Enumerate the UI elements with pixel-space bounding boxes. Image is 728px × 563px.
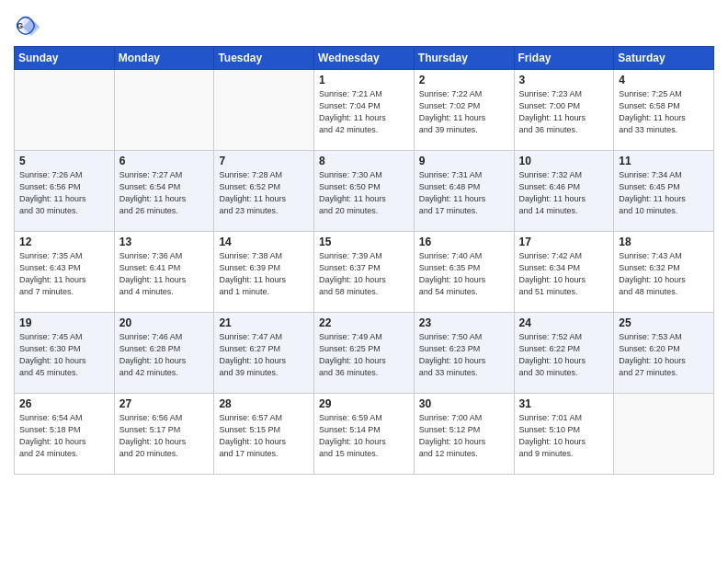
calendar-cell: 2Sunrise: 7:22 AMSunset: 7:02 PMDaylight… bbox=[414, 70, 514, 151]
calendar-cell: 21Sunrise: 7:47 AMSunset: 6:27 PMDayligh… bbox=[214, 313, 314, 394]
day-info: Sunrise: 7:53 AMSunset: 6:20 PMDaylight:… bbox=[619, 331, 710, 379]
day-info: Sunrise: 7:36 AMSunset: 6:41 PMDaylight:… bbox=[119, 250, 210, 298]
day-info: Sunrise: 6:57 AMSunset: 5:15 PMDaylight:… bbox=[219, 412, 310, 460]
calendar-cell: 30Sunrise: 7:00 AMSunset: 5:12 PMDayligh… bbox=[414, 394, 514, 475]
day-number: 5 bbox=[19, 155, 110, 167]
day-number: 8 bbox=[319, 155, 410, 167]
col-header-friday: Friday bbox=[514, 47, 614, 70]
day-number: 6 bbox=[119, 155, 210, 167]
day-number: 20 bbox=[119, 316, 210, 329]
day-info: Sunrise: 7:23 AMSunset: 7:00 PMDaylight:… bbox=[519, 88, 610, 136]
day-number: 17 bbox=[519, 236, 610, 248]
calendar-cell: 15Sunrise: 7:39 AMSunset: 6:37 PMDayligh… bbox=[314, 232, 415, 313]
calendar-cell: 14Sunrise: 7:38 AMSunset: 6:39 PMDayligh… bbox=[214, 232, 314, 313]
calendar-cell: 20Sunrise: 7:46 AMSunset: 6:28 PMDayligh… bbox=[114, 313, 214, 394]
col-header-tuesday: Tuesday bbox=[214, 47, 314, 70]
day-number: 15 bbox=[319, 236, 410, 248]
header: G bbox=[14, 9, 714, 39]
logo-icon: G bbox=[16, 13, 41, 39]
calendar-cell: 5Sunrise: 7:26 AMSunset: 6:56 PMDaylight… bbox=[15, 151, 115, 232]
calendar-cell: 4Sunrise: 7:25 AMSunset: 6:58 PMDaylight… bbox=[614, 70, 714, 151]
calendar-cell: 31Sunrise: 7:01 AMSunset: 5:10 PMDayligh… bbox=[514, 394, 614, 475]
calendar-cell: 27Sunrise: 6:56 AMSunset: 5:17 PMDayligh… bbox=[114, 394, 214, 475]
calendar-cell: 3Sunrise: 7:23 AMSunset: 7:00 PMDaylight… bbox=[514, 70, 614, 151]
day-info: Sunrise: 7:38 AMSunset: 6:39 PMDaylight:… bbox=[219, 250, 310, 298]
col-header-monday: Monday bbox=[114, 47, 214, 70]
day-info: Sunrise: 7:21 AMSunset: 7:04 PMDaylight:… bbox=[319, 88, 410, 136]
day-number: 4 bbox=[619, 74, 710, 86]
col-header-sunday: Sunday bbox=[15, 47, 115, 70]
day-number: 29 bbox=[319, 397, 410, 410]
calendar-week-0: 1Sunrise: 7:21 AMSunset: 7:04 PMDaylight… bbox=[15, 70, 714, 151]
calendar-cell: 29Sunrise: 6:59 AMSunset: 5:14 PMDayligh… bbox=[314, 394, 415, 475]
day-number: 16 bbox=[419, 236, 510, 248]
calendar-cell: 25Sunrise: 7:53 AMSunset: 6:20 PMDayligh… bbox=[614, 313, 714, 394]
calendar-cell: 11Sunrise: 7:34 AMSunset: 6:45 PMDayligh… bbox=[614, 151, 714, 232]
day-number: 23 bbox=[419, 316, 510, 329]
calendar-cell: 13Sunrise: 7:36 AMSunset: 6:41 PMDayligh… bbox=[114, 232, 214, 313]
day-info: Sunrise: 7:28 AMSunset: 6:52 PMDaylight:… bbox=[219, 169, 310, 217]
day-info: Sunrise: 7:46 AMSunset: 6:28 PMDaylight:… bbox=[119, 331, 210, 379]
calendar-week-4: 26Sunrise: 6:54 AMSunset: 5:18 PMDayligh… bbox=[15, 394, 714, 475]
calendar-cell bbox=[214, 70, 314, 151]
day-number: 27 bbox=[119, 397, 210, 410]
day-info: Sunrise: 7:49 AMSunset: 6:25 PMDaylight:… bbox=[319, 331, 410, 379]
calendar-cell: 16Sunrise: 7:40 AMSunset: 6:35 PMDayligh… bbox=[414, 232, 514, 313]
day-number: 19 bbox=[19, 316, 110, 329]
calendar-cell bbox=[15, 70, 115, 151]
calendar-header-row: SundayMondayTuesdayWednesdayThursdayFrid… bbox=[15, 47, 714, 70]
page: G SundayMondayTuesdayWednesdayThursdayFr… bbox=[0, 0, 728, 563]
day-number: 26 bbox=[19, 397, 110, 410]
day-info: Sunrise: 7:30 AMSunset: 6:50 PMDaylight:… bbox=[319, 169, 410, 217]
day-number: 10 bbox=[519, 155, 610, 167]
svg-text:G: G bbox=[17, 21, 24, 30]
col-header-saturday: Saturday bbox=[614, 47, 714, 70]
day-number: 21 bbox=[219, 316, 310, 329]
day-info: Sunrise: 7:40 AMSunset: 6:35 PMDaylight:… bbox=[419, 250, 510, 298]
calendar-cell: 22Sunrise: 7:49 AMSunset: 6:25 PMDayligh… bbox=[314, 313, 415, 394]
day-number: 13 bbox=[119, 236, 210, 248]
calendar-cell: 19Sunrise: 7:45 AMSunset: 6:30 PMDayligh… bbox=[15, 313, 115, 394]
col-header-wednesday: Wednesday bbox=[314, 47, 415, 70]
day-info: Sunrise: 7:22 AMSunset: 7:02 PMDaylight:… bbox=[419, 88, 510, 136]
day-info: Sunrise: 7:00 AMSunset: 5:12 PMDaylight:… bbox=[419, 412, 510, 460]
day-number: 28 bbox=[219, 397, 310, 410]
day-number: 25 bbox=[619, 316, 710, 329]
day-number: 3 bbox=[519, 74, 610, 86]
calendar-cell: 9Sunrise: 7:31 AMSunset: 6:48 PMDaylight… bbox=[414, 151, 514, 232]
col-header-thursday: Thursday bbox=[414, 47, 514, 70]
day-number: 12 bbox=[19, 236, 110, 248]
day-info: Sunrise: 7:50 AMSunset: 6:23 PMDaylight:… bbox=[419, 331, 510, 379]
day-info: Sunrise: 7:25 AMSunset: 6:58 PMDaylight:… bbox=[619, 88, 710, 136]
day-info: Sunrise: 7:26 AMSunset: 6:56 PMDaylight:… bbox=[19, 169, 110, 217]
day-number: 22 bbox=[319, 316, 410, 329]
day-number: 1 bbox=[319, 74, 410, 86]
calendar-cell: 28Sunrise: 6:57 AMSunset: 5:15 PMDayligh… bbox=[214, 394, 314, 475]
calendar-cell: 26Sunrise: 6:54 AMSunset: 5:18 PMDayligh… bbox=[15, 394, 115, 475]
calendar-cell: 12Sunrise: 7:35 AMSunset: 6:43 PMDayligh… bbox=[15, 232, 115, 313]
calendar: SundayMondayTuesdayWednesdayThursdayFrid… bbox=[14, 46, 714, 475]
calendar-week-2: 12Sunrise: 7:35 AMSunset: 6:43 PMDayligh… bbox=[15, 232, 714, 313]
calendar-cell: 17Sunrise: 7:42 AMSunset: 6:34 PMDayligh… bbox=[514, 232, 614, 313]
day-info: Sunrise: 7:35 AMSunset: 6:43 PMDaylight:… bbox=[19, 250, 110, 298]
logo: G bbox=[14, 13, 41, 39]
day-info: Sunrise: 7:52 AMSunset: 6:22 PMDaylight:… bbox=[519, 331, 610, 379]
calendar-cell bbox=[614, 394, 714, 475]
day-number: 14 bbox=[219, 236, 310, 248]
day-info: Sunrise: 6:56 AMSunset: 5:17 PMDaylight:… bbox=[119, 412, 210, 460]
day-info: Sunrise: 7:32 AMSunset: 6:46 PMDaylight:… bbox=[519, 169, 610, 217]
calendar-cell bbox=[114, 70, 214, 151]
calendar-week-3: 19Sunrise: 7:45 AMSunset: 6:30 PMDayligh… bbox=[15, 313, 714, 394]
day-info: Sunrise: 7:34 AMSunset: 6:45 PMDaylight:… bbox=[619, 169, 710, 217]
calendar-cell: 24Sunrise: 7:52 AMSunset: 6:22 PMDayligh… bbox=[514, 313, 614, 394]
day-number: 7 bbox=[219, 155, 310, 167]
calendar-cell: 1Sunrise: 7:21 AMSunset: 7:04 PMDaylight… bbox=[314, 70, 415, 151]
day-info: Sunrise: 7:45 AMSunset: 6:30 PMDaylight:… bbox=[19, 331, 110, 379]
day-number: 30 bbox=[419, 397, 510, 410]
day-number: 24 bbox=[519, 316, 610, 329]
day-number: 18 bbox=[619, 236, 710, 248]
day-info: Sunrise: 7:39 AMSunset: 6:37 PMDaylight:… bbox=[319, 250, 410, 298]
day-number: 9 bbox=[419, 155, 510, 167]
day-info: Sunrise: 7:42 AMSunset: 6:34 PMDaylight:… bbox=[519, 250, 610, 298]
calendar-cell: 7Sunrise: 7:28 AMSunset: 6:52 PMDaylight… bbox=[214, 151, 314, 232]
